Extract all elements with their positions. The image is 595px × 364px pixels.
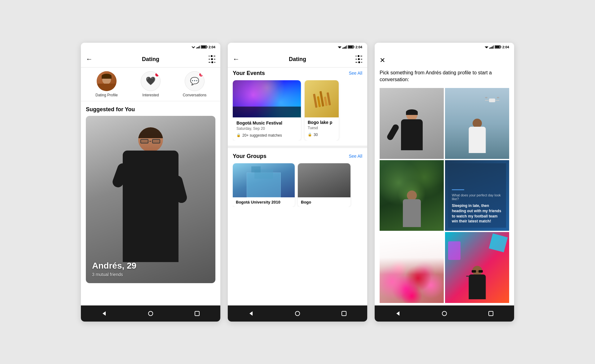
signal-icon-2 [342, 46, 347, 49]
event-card-2[interactable]: Bogo lake p Tuesd 🔒 30 [305, 80, 339, 141]
bottom-nav-3 [375, 305, 514, 322]
dating-profile-icon [97, 71, 117, 91]
home-nav-btn-1[interactable] [146, 309, 156, 318]
event-crowd [233, 107, 301, 117]
svg-rect-13 [342, 48, 343, 49]
status-icons-2: 2:04 [338, 45, 362, 49]
grid-cell-3[interactable] [380, 160, 444, 231]
svg-rect-3 [197, 47, 198, 48]
recent-nav-btn-2[interactable] [339, 309, 349, 318]
prompt-answer: Sleeping in late, then heading out with … [452, 203, 502, 224]
event-title-2: Bogo lake p [308, 120, 336, 125]
group-card-2[interactable]: Bogo [298, 163, 350, 207]
svg-point-10 [148, 311, 153, 316]
event-matches-1: 🔒 20+ suggested matches [236, 133, 297, 138]
top-nav-1: ← Dating [81, 51, 220, 68]
lock-icon-2: 🔒 [308, 133, 312, 137]
grid-cell-2[interactable] [445, 88, 509, 159]
back-button-1[interactable]: ← [86, 55, 93, 63]
screen-3-content: ✕ Pick something from Andrés dating prof… [375, 51, 514, 305]
status-icons-3: 2:04 [485, 45, 509, 49]
event-image-2 [305, 80, 339, 117]
groups-list: Bogotá University 2010 Bogo [233, 163, 362, 207]
svg-marker-23 [485, 46, 488, 48]
event-date-1: Saturday, Sep 20 [236, 126, 297, 131]
signal-icon-3 [489, 46, 494, 49]
conversations-action[interactable]: 3 💬 Conversations [174, 71, 215, 97]
events-section: Your Events See All Bogotá Music Festiva… [228, 70, 367, 141]
group-image-1 [233, 163, 295, 197]
conversation-prompt: Pick something from Andrés dating profil… [375, 69, 514, 88]
grid-cell-4[interactable]: What does your perfect day look like? Sl… [445, 160, 509, 231]
event-card-1[interactable]: Bogotá Music Festival Saturday, Sep 20 🔒… [233, 80, 301, 141]
event-matches-text-1: 20+ suggested matches [242, 133, 282, 138]
groups-section: Your Groups See All Bogotá University 20… [228, 153, 367, 207]
event-image-1 [233, 80, 301, 117]
groups-see-all[interactable]: See All [349, 154, 362, 159]
interested-action[interactable]: 🖤 Interested [130, 71, 171, 97]
profile-name: Andrés, 29 [92, 261, 136, 271]
group-label-2: Bogo [298, 197, 350, 207]
phone-2: 2:04 ← Dating [228, 43, 367, 322]
top-nav-2: ← Dating [228, 51, 367, 68]
svg-marker-31 [396, 311, 399, 316]
screen-1-content: Dating Profile 🖤 Interested 3 💬 Conversa… [81, 68, 220, 305]
home-nav-btn-2[interactable] [293, 309, 302, 318]
events-header-row: Your Events See All [233, 70, 362, 77]
dating-profile-action[interactable]: Dating Profile [86, 71, 127, 97]
profile-card[interactable]: Andrés, 29 3 mutual friends [86, 116, 215, 283]
svg-marker-12 [338, 46, 342, 48]
event-body-2: Bogo lake p Tuesd 🔒 30 [305, 117, 339, 139]
event-body-1: Bogotá Music Festival Saturday, Sep 20 🔒… [233, 117, 301, 141]
svg-rect-5 [199, 46, 200, 48]
profile-grid: What does your perfect day look like? Sl… [380, 88, 509, 303]
svg-rect-8 [201, 46, 206, 48]
close-button[interactable]: ✕ [380, 56, 385, 64]
interested-icon: 🖤 [141, 71, 161, 91]
svg-rect-30 [495, 46, 500, 48]
conversations-icon: 3 💬 [185, 71, 205, 91]
status-icons-1: 2:04 [192, 45, 215, 49]
svg-rect-2 [196, 47, 197, 48]
phone-1: 2:04 ← Dating [81, 43, 220, 322]
prompt-question: What does your perfect day look like? [452, 193, 502, 201]
wifi-icon-3 [485, 46, 488, 49]
battery-icon-2 [348, 45, 355, 49]
time-3: 2:04 [502, 45, 509, 49]
back-nav-btn-3[interactable] [393, 309, 403, 318]
event-title-1: Bogotá Music Festival [236, 121, 297, 125]
profile-mutual-friends: 3 mutual friends [92, 272, 136, 277]
profile-grid-wrapper: What does your perfect day look like? Sl… [375, 88, 514, 305]
group-card-1[interactable]: Bogotá University 2010 [233, 163, 295, 207]
events-see-all[interactable]: See All [349, 71, 362, 76]
filter-button-2[interactable] [355, 55, 362, 63]
back-button-2[interactable]: ← [233, 55, 240, 63]
recent-nav-btn-3[interactable] [486, 309, 496, 318]
grid-cell-5[interactable] [380, 232, 444, 303]
groups-title: Your Groups [233, 153, 267, 160]
events-title: Your Events [233, 70, 265, 77]
back-nav-btn-2[interactable] [246, 309, 256, 318]
events-list: Bogotá Music Festival Saturday, Sep 20 🔒… [233, 80, 362, 141]
event-date-2: Tuesd [308, 126, 336, 130]
interested-label: Interested [142, 93, 159, 97]
interested-badge [155, 72, 160, 77]
screen-2-content: Your Events See All Bogotá Music Festiva… [228, 68, 367, 305]
bottom-nav-2 [228, 305, 367, 322]
svg-rect-4 [198, 46, 199, 48]
recent-nav-btn-1[interactable] [192, 309, 202, 318]
nav-title-2: Dating [289, 56, 306, 63]
wifi-icon-2 [338, 46, 342, 49]
filter-button-1[interactable] [209, 55, 215, 63]
back-nav-btn-1[interactable] [99, 309, 109, 318]
suggested-header: Suggested for You [81, 101, 220, 116]
grid-cell-1[interactable] [380, 88, 444, 159]
home-nav-btn-3[interactable] [439, 309, 449, 318]
svg-rect-19 [348, 46, 353, 48]
svg-rect-18 [354, 46, 354, 48]
groups-header-row: Your Groups See All [233, 153, 362, 160]
grid-cell-6[interactable] [445, 232, 509, 303]
svg-point-32 [442, 311, 447, 316]
status-bar-1: 2:04 [81, 43, 220, 51]
time-1: 2:04 [209, 45, 215, 49]
